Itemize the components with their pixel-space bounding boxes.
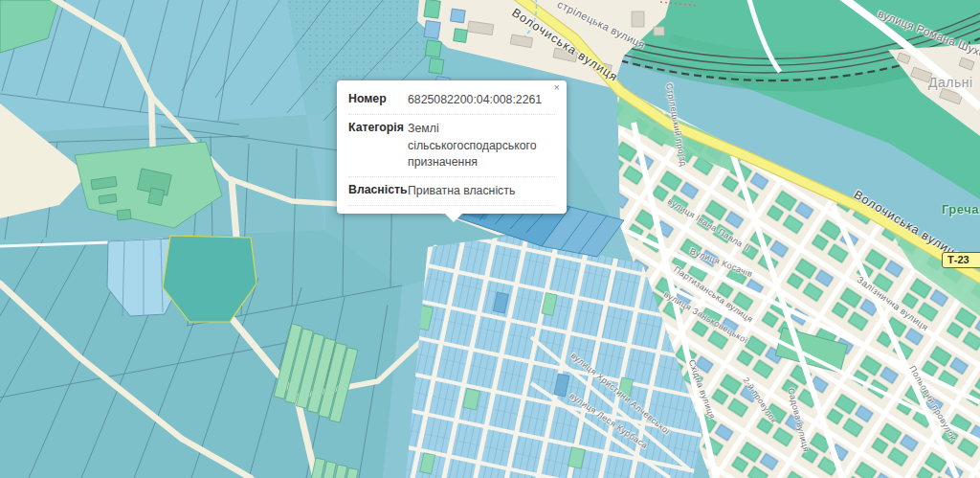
popup-row-ownership: Власність Приватна власність [348, 177, 555, 206]
parcel-info-popup: × Номер 6825082200:04:008:2261 Категорія… [337, 80, 567, 214]
popup-label-number: Номер [348, 92, 408, 109]
popup-tail [445, 214, 462, 222]
place-label-hrechana: Гречана [942, 202, 980, 216]
road-badge: Т-23 [942, 252, 980, 268]
popup-value-number: 6825082200:04:008:2261 [408, 92, 555, 109]
popup-row-category: Категорія Землі сільськогосподарського п… [348, 115, 555, 177]
popup-value-category: Землі сільськогосподарського призначення [408, 121, 555, 171]
popup-label-ownership: Власність [348, 183, 408, 200]
popup-label-category: Категорія [348, 121, 408, 171]
map-canvas[interactable] [0, 0, 980, 478]
place-label-dalni: Дальні [928, 75, 973, 90]
popup-value-ownership: Приватна власність [408, 183, 555, 200]
cadastral-map[interactable]: Волочиська вулиця стрілецька вулиця вули… [0, 0, 980, 478]
popup-row-number: Номер 6825082200:04:008:2261 [348, 86, 555, 115]
close-icon[interactable]: × [554, 82, 560, 93]
